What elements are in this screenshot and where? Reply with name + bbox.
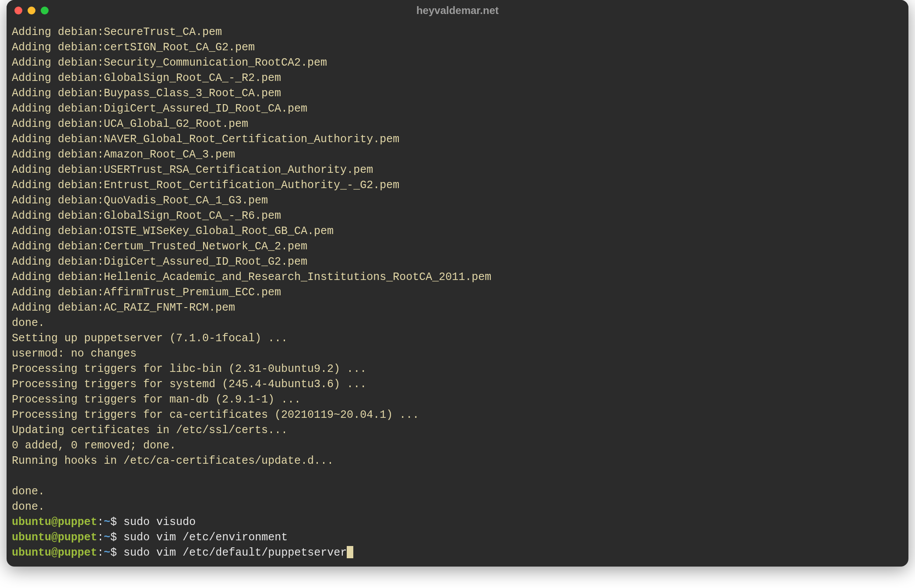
- output-line: 0 added, 0 removed; done.: [12, 438, 903, 453]
- output-line: done.: [12, 315, 903, 331]
- output-line: done.: [12, 499, 903, 514]
- prompt-colon: :: [97, 531, 104, 544]
- output-line: Updating certificates in /etc/ssl/certs.…: [12, 423, 903, 438]
- output-line: Adding debian:certSIGN_Root_CA_G2.pem: [12, 40, 903, 55]
- output-line: Adding debian:Entrust_Root_Certification…: [12, 178, 903, 193]
- output-line: Running hooks in /etc/ca-certificates/up…: [12, 453, 903, 469]
- terminal-window: heyvaldemar.net Adding debian:SecureTrus…: [7, 0, 908, 567]
- prompt-line: ubuntu@puppet:~$ sudo vim /etc/default/p…: [12, 545, 903, 560]
- output-line: done.: [12, 484, 903, 499]
- output-line: Processing triggers for systemd (245.4-4…: [12, 377, 903, 392]
- output-line: Adding debian:Buypass_Class_3_Root_CA.pe…: [12, 86, 903, 101]
- output-line: Adding debian:USERTrust_RSA_Certificatio…: [12, 162, 903, 178]
- output-line: Adding debian:DigiCert_Assured_ID_Root_C…: [12, 101, 903, 116]
- output-line: Adding debian:Certum_Trusted_Network_CA_…: [12, 239, 903, 254]
- prompt-line: ubuntu@puppet:~$ sudo visudo: [12, 514, 903, 530]
- prompt-path: ~: [104, 516, 110, 528]
- prompt-user-host: ubuntu@puppet: [12, 516, 97, 528]
- command-text[interactable]: sudo vim /etc/default/puppetserver: [123, 546, 347, 559]
- output-line: Adding debian:Security_Communication_Roo…: [12, 55, 903, 70]
- output-line: Processing triggers for libc-bin (2.31-0…: [12, 361, 903, 377]
- output-line: Processing triggers for ca-certificates …: [12, 407, 903, 423]
- close-icon[interactable]: [14, 7, 22, 14]
- output-line: Adding debian:AC_RAIZ_FNMT-RCM.pem: [12, 300, 903, 315]
- output-line: Adding debian:UCA_Global_G2_Root.pem: [12, 116, 903, 132]
- output-line: Adding debian:AffirmTrust_Premium_ECC.pe…: [12, 285, 903, 300]
- prompt-user-host: ubuntu@puppet: [12, 531, 97, 544]
- terminal-output[interactable]: Adding debian:SecureTrust_CA.pemAdding d…: [7, 21, 908, 567]
- output-line: Adding debian:NAVER_Global_Root_Certific…: [12, 132, 903, 147]
- output-line: Adding debian:GlobalSign_Root_CA_-_R6.pe…: [12, 208, 903, 224]
- output-line: Adding debian:Amazon_Root_CA_3.pem: [12, 147, 903, 162]
- output-line: Adding debian:GlobalSign_Root_CA_-_R2.pe…: [12, 70, 903, 86]
- cursor-icon: [347, 546, 353, 558]
- minimize-icon[interactable]: [28, 7, 35, 14]
- prompt-path: ~: [104, 531, 110, 544]
- zoom-icon[interactable]: [41, 7, 49, 14]
- output-line: Setting up puppetserver (7.1.0-1focal) .…: [12, 331, 903, 346]
- prompt-path: ~: [104, 546, 110, 559]
- command-text[interactable]: sudo visudo: [123, 516, 196, 528]
- command-text[interactable]: sudo vim /etc/environment: [123, 531, 288, 544]
- window-title: heyvaldemar.net: [7, 4, 908, 17]
- prompt-line: ubuntu@puppet:~$ sudo vim /etc/environme…: [12, 530, 903, 545]
- prompt-user-host: ubuntu@puppet: [12, 546, 97, 559]
- output-line: Adding debian:QuoVadis_Root_CA_1_G3.pem: [12, 193, 903, 208]
- prompt-colon: :: [97, 546, 104, 559]
- output-line: Adding debian:DigiCert_Assured_ID_Root_G…: [12, 254, 903, 270]
- prompt-dollar: $: [110, 531, 123, 544]
- titlebar: heyvaldemar.net: [7, 0, 908, 21]
- prompt-dollar: $: [110, 546, 123, 559]
- output-line: Adding debian:SecureTrust_CA.pem: [12, 24, 903, 40]
- traffic-lights: [14, 7, 49, 14]
- output-line: Adding debian:Hellenic_Academic_and_Rese…: [12, 270, 903, 285]
- prompt-dollar: $: [110, 516, 123, 528]
- output-line: usermod: no changes: [12, 346, 903, 361]
- output-line: Processing triggers for man-db (2.9.1-1)…: [12, 392, 903, 407]
- output-line: Adding debian:OISTE_WISeKey_Global_Root_…: [12, 224, 903, 239]
- prompt-colon: :: [97, 516, 104, 528]
- output-line: [12, 469, 903, 484]
